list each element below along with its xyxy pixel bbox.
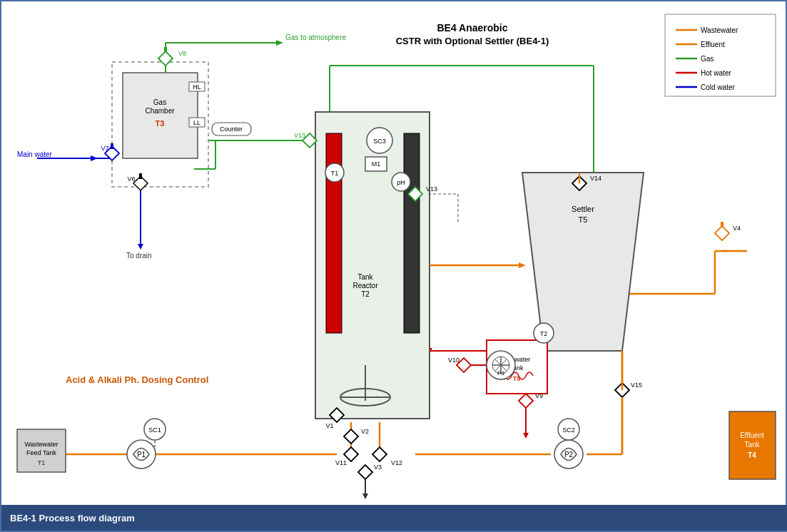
svg-text:T1: T1 [331,170,339,177]
svg-text:BE4 Anaerobic: BE4 Anaerobic [437,22,507,34]
svg-text:V7: V7 [101,145,108,152]
svg-text:P1: P1 [137,451,146,459]
svg-text:V8: V8 [178,50,186,57]
svg-text:V11: V11 [335,459,347,466]
svg-marker-35 [523,433,529,439]
svg-text:Tank: Tank [357,273,373,281]
svg-text:Gas: Gas [153,98,166,106]
diagram-svg: Gas Chamber T3 HL LL Tank React [1,1,787,508]
svg-rect-105 [139,173,142,179]
svg-text:M1: M1 [372,160,381,168]
svg-text:T2: T2 [540,330,548,337]
svg-text:Gas: Gas [701,55,714,63]
svg-text:SC2: SC2 [562,426,575,434]
svg-text:SC3: SC3 [373,138,386,145]
footer-bar: BE4-1 Process flow diagram [1,505,787,531]
svg-text:P2: P2 [564,451,574,459]
svg-text:V13: V13 [426,185,437,193]
svg-rect-102 [164,47,167,51]
svg-text:Counter: Counter [220,126,243,133]
svg-text:T3: T3 [156,119,165,128]
svg-text:To drain: To drain [126,252,152,260]
main-container: Gas Chamber T3 HL LL Tank React [0,0,787,532]
svg-text:V2: V2 [361,428,369,435]
svg-text:V1: V1 [325,422,333,429]
svg-text:Tank: Tank [744,441,760,449]
svg-text:Main water: Main water [17,150,53,158]
svg-text:Settler: Settler [572,205,594,213]
svg-text:T1: T1 [38,459,46,466]
svg-text:V4: V4 [733,225,741,232]
svg-rect-39 [123,73,198,158]
svg-text:V14: V14 [590,175,601,182]
cold-water-label: Cold water [701,83,735,91]
svg-marker-31 [362,493,368,499]
svg-text:P3: P3 [497,370,504,377]
svg-text:Wastewater: Wastewater [701,26,738,34]
svg-text:V12: V12 [391,459,402,466]
svg-text:T5: T5 [579,215,588,224]
svg-rect-49 [404,133,420,333]
svg-text:HL: HL [193,83,201,91]
svg-text:CSTR with Optional Settler (BE: CSTR with Optional Settler (BE4-1) [396,36,549,46]
svg-text:Effluent: Effluent [740,431,764,439]
svg-marker-135 [358,465,372,479]
svg-text:V10: V10 [448,357,459,364]
svg-text:V15: V15 [631,382,642,389]
svg-text:LL: LL [193,119,200,126]
svg-marker-126 [344,429,358,444]
svg-marker-18 [138,244,143,250]
svg-marker-2 [276,40,283,46]
svg-text:Feed Tank: Feed Tank [26,449,56,456]
svg-text:Gas to atmosphere: Gas to atmosphere [285,34,346,41]
svg-text:V9: V9 [535,392,543,399]
diagram-area: Gas Chamber T3 HL LL Tank React [1,1,787,508]
svg-marker-167 [519,262,526,268]
svg-text:SC1: SC1 [148,426,161,434]
svg-text:V13: V13 [294,132,305,139]
footer-label: BE4-1 Process flow diagram [10,513,135,523]
svg-text:T4: T4 [748,451,756,459]
svg-text:V3: V3 [374,464,382,471]
svg-text:Chamber: Chamber [145,107,175,115]
svg-text:Reactor: Reactor [352,282,378,290]
svg-text:Wastewater: Wastewater [24,441,58,448]
svg-marker-132 [372,447,387,461]
svg-text:V6: V6 [127,175,135,183]
svg-marker-100 [158,51,173,66]
svg-text:pH: pH [397,179,405,186]
svg-marker-138 [519,394,533,408]
svg-text:Acid & Alkali Ph. Dosing Contr: Acid & Alkali Ph. Dosing Control [66,374,208,385]
svg-text:T2: T2 [361,290,370,298]
svg-text:Effluent: Effluent [701,41,725,48]
svg-text:Hot water: Hot water [701,69,731,77]
svg-rect-121 [721,222,723,226]
svg-rect-98 [111,143,113,149]
svg-marker-119 [715,226,729,240]
